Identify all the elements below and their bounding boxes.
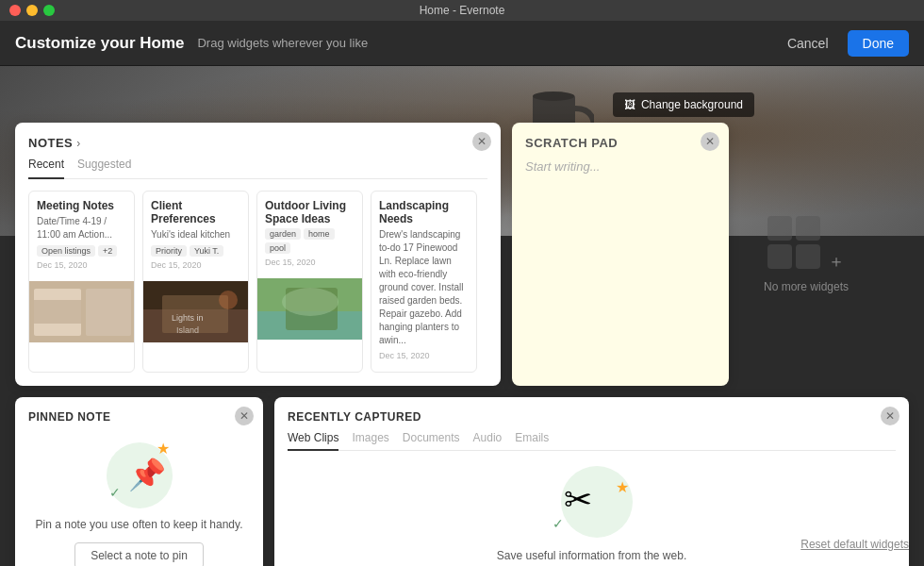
pinned-note-description: Pin a note you use often to keep it hand…: [36, 516, 243, 533]
reset-default-widgets-link[interactable]: Reset default widgets: [800, 538, 909, 551]
note-date: Dec 15, 2020: [37, 260, 126, 270]
header-subtitle: Drag widgets wherever you like: [197, 36, 777, 50]
note-tags: garden home pool: [265, 228, 355, 254]
main-area: 🖼 Change background NOTES › ✕ Recent Sug…: [0, 66, 924, 566]
no-more-widgets-label: No more widgets: [764, 280, 849, 293]
cancel-button[interactable]: Cancel: [778, 31, 838, 56]
no-more-widgets-area: ＋ No more widgets: [740, 123, 872, 386]
scratch-pad-title: SCRATCH PAD: [525, 136, 716, 150]
widget-icons-grid: [767, 216, 820, 269]
select-note-button[interactable]: Select a note to pin: [74, 542, 204, 566]
note-card-content: Landscaping Needs Drew's landscaping to-…: [371, 191, 476, 372]
note-tags: Priority Yuki T.: [151, 245, 240, 257]
note-body: Date/Time 4-19 / 11:00 am Action...: [37, 215, 126, 241]
recently-illustration: ✂ ★ ✓: [545, 464, 639, 540]
svg-point-1: [533, 92, 574, 101]
svg-text:Lights in: Lights in: [172, 313, 204, 323]
widgets-area: NOTES › ✕ Recent Suggested Meeting Notes…: [0, 123, 924, 566]
note-date: Dec 15, 2020: [379, 351, 469, 360]
svg-point-9: [219, 291, 238, 309]
recently-tab-images[interactable]: Images: [352, 431, 388, 444]
recently-tab-webclips[interactable]: Web Clips: [288, 431, 338, 451]
scratch-pad-widget: ✕ SCRATCH PAD Start writing...: [512, 123, 729, 386]
pinned-note-title: PINNED NOTE: [28, 410, 111, 424]
change-background-button[interactable]: 🖼 Change background: [613, 92, 754, 117]
pinned-illustration: 📌 ★ ✓: [102, 433, 177, 508]
svg-rect-5: [34, 300, 81, 324]
note-card-content: Outdoor Living Space Ideas garden home p…: [257, 191, 362, 278]
notes-close-button[interactable]: ✕: [472, 132, 491, 151]
minimize-button[interactable]: [26, 5, 38, 16]
close-button[interactable]: [9, 5, 21, 16]
widget-icon-box: [767, 216, 792, 241]
svg-text:★: ★: [157, 441, 170, 457]
note-body: Yuki's ideal kitchen: [151, 228, 240, 241]
widget-icon-box: [767, 244, 792, 269]
note-card[interactable]: Landscaping Needs Drew's landscaping to-…: [371, 191, 477, 373]
change-background-label: Change background: [641, 98, 743, 111]
pinned-close-button[interactable]: ✕: [235, 407, 254, 425]
svg-rect-4: [86, 289, 131, 336]
svg-text:✂: ✂: [564, 480, 592, 519]
window-title: Home - Evernote: [420, 4, 505, 17]
svg-text:★: ★: [616, 479, 629, 495]
notes-tab-suggested[interactable]: Suggested: [77, 158, 131, 173]
recently-tab-emails[interactable]: Emails: [515, 431, 549, 444]
svg-text:✓: ✓: [553, 516, 564, 531]
note-card-content: Meeting Notes Date/Time 4-19 / 11:00 am …: [29, 191, 134, 281]
note-tag: Open listings: [37, 245, 95, 257]
pinned-note-widget: ✕ PINNED NOTE 📌 ★ ✓ Pin a note you use o…: [15, 397, 263, 566]
recently-close-button[interactable]: ✕: [881, 407, 899, 425]
notes-arrow-icon: ›: [76, 137, 80, 150]
recently-tab-documents[interactable]: Documents: [403, 431, 460, 444]
page-title: Customize your Home: [15, 34, 184, 53]
widget-icons-area: ＋: [767, 216, 845, 273]
note-card[interactable]: Client Preferences Yuki's ideal kitchen …: [142, 191, 249, 373]
recently-captured-title: RECENTLY CAPTURED: [288, 410, 421, 424]
note-date: Dec 15, 2020: [265, 258, 355, 267]
notes-widget-title: NOTES: [28, 136, 73, 150]
note-card[interactable]: Outdoor Living Space Ideas garden home p…: [256, 191, 363, 373]
add-icon: ＋: [828, 250, 845, 273]
done-button[interactable]: Done: [848, 30, 909, 57]
note-date: Dec 15, 2020: [151, 260, 240, 270]
widget-icon-box: [796, 216, 820, 241]
note-image: Lights in Island: [143, 281, 248, 342]
note-title: Outdoor Living Space Ideas: [265, 199, 355, 225]
recently-tab-audio[interactable]: Audio: [473, 431, 503, 444]
notes-widget-header: NOTES ›: [28, 136, 487, 150]
note-card[interactable]: Meeting Notes Date/Time 4-19 / 11:00 am …: [28, 191, 135, 373]
svg-text:Island: Island: [176, 325, 199, 335]
notes-grid: Meeting Notes Date/Time 4-19 / 11:00 am …: [28, 191, 487, 373]
note-card-content: Client Preferences Yuki's ideal kitchen …: [143, 191, 248, 281]
titlebar: Home - Evernote: [0, 0, 924, 21]
note-tag: Priority: [151, 245, 187, 257]
note-tags: Open listings +2: [37, 245, 126, 257]
note-image: [29, 281, 134, 342]
image-icon: 🖼: [624, 98, 635, 111]
note-tag: +2: [98, 245, 117, 257]
svg-text:✓: ✓: [109, 485, 121, 500]
note-title: Landscaping Needs: [379, 199, 469, 225]
scratch-pad-placeholder[interactable]: Start writing...: [525, 159, 716, 310]
recently-tabs: Web Clips Images Documents Audio Emails: [288, 431, 896, 451]
widget-icon-box: [796, 244, 820, 269]
svg-point-15: [282, 288, 338, 316]
scratch-close-button[interactable]: ✕: [701, 132, 719, 151]
note-body: Drew's landscaping to-do 17 Pinewood Ln.…: [379, 228, 469, 347]
header-actions: Cancel Done: [778, 30, 909, 57]
maximize-button[interactable]: [43, 5, 55, 16]
notes-tabs: Recent Suggested: [28, 158, 487, 179]
widgets-bottom-row: ✕ PINNED NOTE 📌 ★ ✓ Pin a note you use o…: [15, 397, 909, 566]
recently-header-row: RECENTLY CAPTURED: [288, 410, 896, 424]
notes-widget: NOTES › ✕ Recent Suggested Meeting Notes…: [15, 123, 501, 386]
notes-tab-recent[interactable]: Recent: [28, 158, 64, 179]
svg-text:📌: 📌: [128, 457, 166, 492]
note-tag: home: [304, 228, 335, 240]
widgets-top-row: NOTES › ✕ Recent Suggested Meeting Notes…: [15, 123, 909, 386]
note-title: Meeting Notes: [37, 199, 126, 212]
window-controls: [9, 5, 55, 16]
note-title: Client Preferences: [151, 199, 240, 225]
recently-captured-description: Save useful information from the web.: [497, 547, 686, 564]
note-tag: Yuki T.: [190, 245, 223, 257]
